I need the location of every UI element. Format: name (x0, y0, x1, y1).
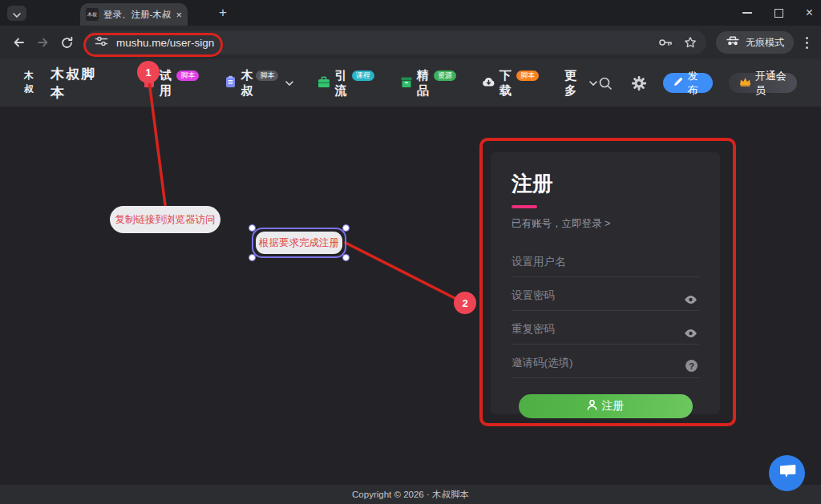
forward-arrow-icon (36, 36, 50, 49)
invite-code-placeholder: 邀请码(选填) (512, 356, 573, 370)
site-logo[interactable]: 木叔 木叔脚本 (24, 65, 104, 102)
address-bar[interactable]: mushu.me/user-sign (85, 30, 706, 54)
site-info-icon[interactable] (95, 35, 108, 50)
tab-search-button[interactable] (7, 6, 26, 21)
password-placeholder: 设置密码 (512, 288, 555, 303)
back-button[interactable] (7, 31, 30, 54)
header-actions: 发布 开通会员 (597, 73, 797, 94)
url-text[interactable]: mushu.me/user-sign (116, 37, 214, 49)
incognito-label: 无痕模式 (746, 36, 784, 50)
nav-label: 更多 (564, 68, 583, 99)
browser-window: 木叔 登录、注册-木叔脚本 × + × mushu.me/user-sign (0, 0, 821, 504)
chevron-down-icon (285, 81, 293, 86)
crown-icon (739, 77, 751, 89)
main-nav: 试用 脚本 木叔 脚本 引流 课程 (143, 68, 597, 99)
vip-button[interactable]: 开通会员 (729, 73, 797, 93)
incognito-badge[interactable]: 无痕模式 (716, 31, 794, 54)
browser-menu-button[interactable] (799, 31, 815, 54)
site-footer: Copyright © 2026 · 木叔脚本 (0, 485, 821, 504)
window-controls: × (742, 0, 813, 26)
reload-icon (60, 36, 74, 50)
nav-badge: 脚本 (176, 71, 199, 82)
chat-bubble-icon (779, 464, 796, 482)
chevron-down-icon (589, 81, 597, 86)
register-title: 注册 (512, 170, 699, 198)
tab-favicon: 木叔 (86, 8, 99, 21)
nav-badge: 资源 (434, 71, 456, 82)
site-header: 木叔 木叔脚本 试用 脚本 木叔 脚本 (0, 59, 821, 107)
gear-icon[interactable] (630, 73, 647, 94)
chat-fab-button[interactable] (769, 455, 805, 491)
nav-item-more[interactable]: 更多 (564, 68, 597, 99)
nav-item-trial[interactable]: 试用 脚本 (143, 68, 200, 99)
box-icon (400, 76, 413, 91)
nav-label: 引流 (334, 68, 349, 99)
password-field[interactable]: 设置密码 (512, 277, 699, 311)
confirm-password-placeholder: 重复密码 (512, 322, 555, 337)
publish-button[interactable]: 发布 (663, 73, 712, 93)
publish-label: 发布 (687, 69, 702, 98)
gift-icon (143, 75, 156, 91)
browser-toolbar: mushu.me/user-sign 无痕模式 (0, 26, 821, 59)
register-fields: 设置用户名 设置密码 重复密码 邀请码(选填) ? (512, 244, 699, 378)
confirm-password-field[interactable]: 重复密码 (512, 311, 699, 345)
new-tab-button[interactable]: + (213, 4, 233, 22)
register-card: 注册 已有账号，立即登录 > 设置用户名 设置密码 重复密码 邀请码(选填) (491, 152, 720, 414)
cloud-download-icon (482, 76, 495, 90)
nav-label: 木叔 (241, 68, 253, 99)
nav-item-mushu[interactable]: 木叔 脚本 (224, 68, 293, 99)
tab-title: 登录、注册-木叔脚本 (103, 9, 171, 21)
username-field[interactable]: 设置用户名 (512, 244, 699, 277)
window-maximize-button[interactable] (774, 9, 783, 18)
nav-item-download[interactable]: 下载 脚本 (482, 68, 540, 99)
help-icon[interactable]: ? (686, 360, 698, 372)
register-button[interactable]: 注册 (519, 394, 693, 418)
briefcase-icon (317, 76, 330, 91)
bookmark-star-icon[interactable] (684, 36, 697, 49)
incognito-icon (726, 36, 740, 49)
eye-icon[interactable] (684, 329, 698, 338)
clipboard-icon (224, 75, 237, 91)
logo-mark: 木叔 (24, 69, 42, 96)
logo-text: 木叔脚本 (51, 65, 104, 102)
username-placeholder: 设置用户名 (512, 255, 566, 269)
nav-label: 下载 (499, 68, 514, 99)
nav-item-premium[interactable]: 精品 资源 (400, 68, 458, 99)
forward-button[interactable] (31, 31, 54, 54)
chevron-down-icon (13, 6, 21, 21)
tab-strip: 木叔 登录、注册-木叔脚本 × + × (0, 0, 821, 26)
login-link[interactable]: 已有账号，立即登录 > (512, 217, 699, 231)
pencil-icon (673, 77, 683, 89)
browser-tab[interactable]: 木叔 登录、注册-木叔脚本 × (80, 3, 188, 26)
invite-code-field[interactable]: 邀请码(选填) ? (512, 345, 699, 378)
search-icon[interactable] (597, 73, 614, 94)
nav-label: 精品 (417, 68, 431, 99)
reload-button[interactable] (55, 31, 78, 54)
nav-item-traffic[interactable]: 引流 课程 (317, 68, 375, 99)
window-close-button[interactable]: × (806, 6, 813, 19)
copyright-text: Copyright © 2026 · 木叔脚本 (352, 489, 469, 501)
back-arrow-icon (12, 36, 26, 49)
vip-label: 开通会员 (755, 69, 787, 98)
person-icon (587, 400, 597, 413)
password-key-icon[interactable] (658, 37, 673, 48)
nav-badge: 课程 (352, 71, 374, 82)
nav-label: 试用 (160, 68, 174, 99)
eye-icon[interactable] (684, 295, 698, 304)
register-button-label: 注册 (602, 399, 625, 413)
tab-close-icon[interactable]: × (176, 10, 182, 20)
nav-badge: 脚本 (516, 71, 539, 82)
nav-badge: 脚本 (256, 71, 278, 82)
title-underline (512, 205, 537, 208)
window-minimize-button[interactable] (742, 12, 752, 14)
